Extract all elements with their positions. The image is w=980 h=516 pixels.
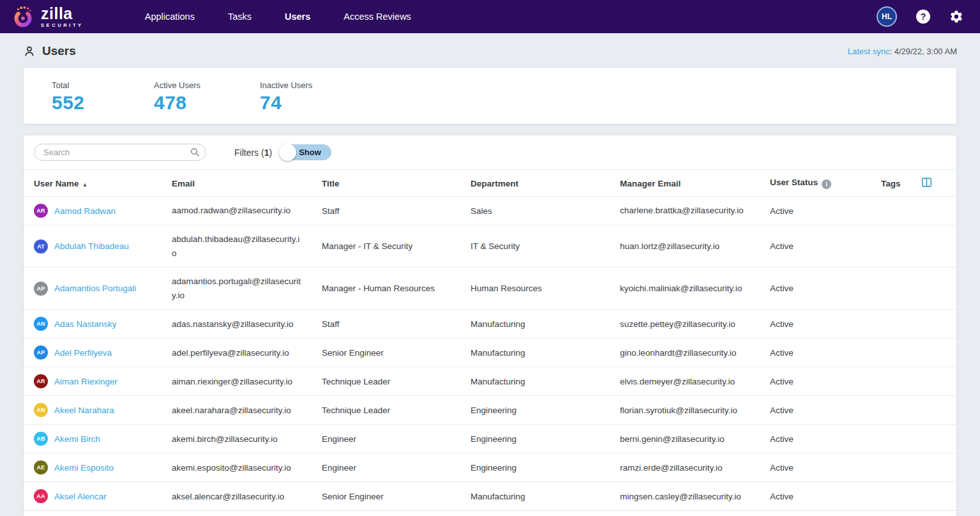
user-status: Active bbox=[770, 396, 881, 425]
user-status: Active bbox=[770, 482, 881, 511]
user-name-link[interactable]: Aiman Riexinger bbox=[54, 377, 117, 386]
user-avatar: AN bbox=[34, 317, 48, 331]
page-title: Users bbox=[42, 44, 76, 58]
table-toolbar: Filters (1) Show bbox=[24, 135, 956, 170]
search-input[interactable] bbox=[34, 144, 206, 161]
user-avatar: AB bbox=[34, 432, 48, 446]
manager-email: florian.syrotiuk@zillasecurity.io bbox=[620, 396, 770, 425]
user-name-link[interactable]: Aksel Alencar bbox=[54, 492, 107, 501]
user-title: Staff bbox=[322, 310, 471, 338]
user-tags bbox=[881, 225, 934, 268]
filters-show-toggle[interactable]: Show bbox=[280, 144, 331, 160]
brand-logo[interactable]: zilla SECURITY bbox=[11, 4, 84, 29]
nav-item-tasks[interactable]: Tasks bbox=[228, 11, 252, 22]
user-tags bbox=[881, 310, 934, 338]
user-department: Manufacturing bbox=[471, 338, 620, 367]
user-avatar: AT bbox=[34, 239, 48, 254]
user-title: Manager - IT & Security bbox=[322, 225, 471, 268]
settings-gear-icon[interactable] bbox=[949, 10, 963, 24]
stat-label: Active Users bbox=[154, 80, 215, 90]
user-email: akeel.narahara@zillasecurity.io bbox=[172, 396, 322, 425]
manager-email: suzette.pettey@zillasecurity.io bbox=[620, 310, 770, 338]
toggle-knob[interactable] bbox=[279, 144, 296, 161]
user-name-link[interactable]: Adel Perfilyeva bbox=[54, 348, 112, 358]
user-tags bbox=[881, 482, 934, 511]
user-email: adas.nastansky@zillasecurity.io bbox=[172, 310, 322, 338]
latest-sync-value: : 4/29/22, 3:00 AM bbox=[889, 47, 957, 56]
manager-email: kyoichi.maliniak@zillasecurity.io bbox=[620, 268, 770, 310]
column-header-user-status[interactable]: User Statusi bbox=[770, 170, 881, 197]
column-header-title[interactable]: Title bbox=[322, 170, 471, 197]
column-header-user-name[interactable]: User Name▲ bbox=[24, 170, 172, 197]
user-email: abdulah.thibadeau@zillasecurity.io bbox=[172, 225, 322, 268]
user-avatar: AR bbox=[34, 204, 48, 218]
user-tags bbox=[881, 197, 934, 225]
column-picker-icon[interactable] bbox=[921, 177, 932, 190]
filters-label: Filters (1) bbox=[234, 148, 272, 158]
user-title: Engineer bbox=[322, 425, 471, 453]
user-avatar: AN bbox=[34, 403, 48, 417]
manager-email: berni.genin@zillasecurity.io bbox=[620, 425, 770, 453]
help-icon[interactable]: ? bbox=[916, 10, 930, 24]
user-table-body: AR Aamod Radwan aamod.radwan@zillasecuri… bbox=[24, 197, 956, 511]
user-department: Engineering bbox=[471, 396, 620, 425]
stat-label: Total bbox=[52, 80, 113, 90]
column-header-manager-email[interactable]: Manager Email bbox=[620, 170, 770, 197]
column-header-department[interactable]: Department bbox=[471, 170, 620, 197]
user-department: Engineering bbox=[471, 425, 620, 453]
user-avatar: AP bbox=[34, 282, 48, 296]
nav-item-applications[interactable]: Applications bbox=[145, 11, 195, 22]
user-department: Manufacturing bbox=[471, 367, 620, 396]
user-name-link[interactable]: Abdulah Thibadeau bbox=[54, 241, 129, 251]
stat-inactive-users: Inactive Users 74 bbox=[260, 80, 321, 114]
manager-email: ramzi.erde@zillasecurity.io bbox=[620, 453, 770, 482]
manager-email: mingsen.casley@zillasecurity.io bbox=[620, 482, 770, 511]
user-name-link[interactable]: Adamantios Portugali bbox=[54, 284, 136, 293]
latest-sync: Latest sync: 4/29/22, 3:00 AM bbox=[848, 47, 957, 56]
column-header-email[interactable]: Email bbox=[172, 170, 322, 197]
user-department: Human Resources bbox=[471, 268, 620, 310]
user-tags bbox=[881, 425, 934, 453]
user-avatar: AE bbox=[34, 460, 48, 474]
nav-item-users[interactable]: Users bbox=[285, 11, 310, 22]
user-email: adel.perfilyeva@zillasecurity.io bbox=[172, 338, 322, 367]
user-tags bbox=[881, 367, 934, 396]
user-status: Active bbox=[770, 453, 881, 482]
users-table: User Name▲ Email Title Department Manage… bbox=[24, 170, 956, 510]
sort-asc-icon[interactable]: ▲ bbox=[82, 181, 88, 188]
nav-item-access-reviews[interactable]: Access Reviews bbox=[343, 11, 411, 22]
user-status: Active bbox=[770, 425, 881, 453]
table-row: AE Akemi Esposito akemi.esposito@zillase… bbox=[24, 453, 956, 482]
user-avatar: AA bbox=[34, 489, 48, 503]
user-name-link[interactable]: Adas Nastansky bbox=[54, 319, 117, 329]
table-row: AB Akemi Birch akemi.birch@zillasecurity… bbox=[24, 425, 956, 453]
latest-sync-link[interactable]: Latest sync bbox=[848, 47, 890, 56]
top-navbar: zilla SECURITY ApplicationsTasksUsersAcc… bbox=[0, 0, 980, 33]
stat-value: 74 bbox=[260, 92, 321, 114]
user-tags bbox=[881, 453, 934, 482]
user-email: aksel.alencar@zillasecurity.io bbox=[172, 482, 322, 511]
info-icon[interactable]: i bbox=[822, 179, 831, 189]
user-department: Engineering bbox=[471, 453, 620, 482]
stat-total: Total 552 bbox=[52, 80, 113, 114]
table-row: AP Adamantios Portugali adamantios.portu… bbox=[24, 268, 956, 310]
user-email: aiman.riexinger@zillasecurity.io bbox=[172, 367, 322, 396]
user-avatar: AR bbox=[34, 374, 48, 388]
user-email: akemi.birch@zillasecurity.io bbox=[172, 425, 322, 453]
user-name-link[interactable]: Akemi Birch bbox=[54, 434, 100, 444]
table-row: AN Akeel Narahara akeel.narahara@zillase… bbox=[24, 396, 956, 425]
user-title: Manager - Human Resources bbox=[322, 268, 471, 310]
zilla-logo-icon bbox=[11, 4, 36, 29]
user-name-link[interactable]: Akeel Narahara bbox=[54, 406, 114, 415]
user-title: Technique Leader bbox=[322, 367, 471, 396]
table-row: AR Aamod Radwan aamod.radwan@zillasecuri… bbox=[24, 197, 956, 225]
user-status: Active bbox=[770, 367, 881, 396]
user-tags bbox=[881, 338, 934, 367]
user-name-link[interactable]: Akemi Esposito bbox=[54, 463, 114, 473]
stat-label: Inactive Users bbox=[260, 80, 321, 90]
user-avatar-button[interactable]: HL bbox=[877, 6, 897, 27]
user-name-link[interactable]: Aamod Radwan bbox=[54, 206, 116, 216]
search-icon[interactable] bbox=[190, 147, 200, 160]
user-title: Technique Leader bbox=[322, 396, 471, 425]
user-tags bbox=[881, 268, 934, 310]
